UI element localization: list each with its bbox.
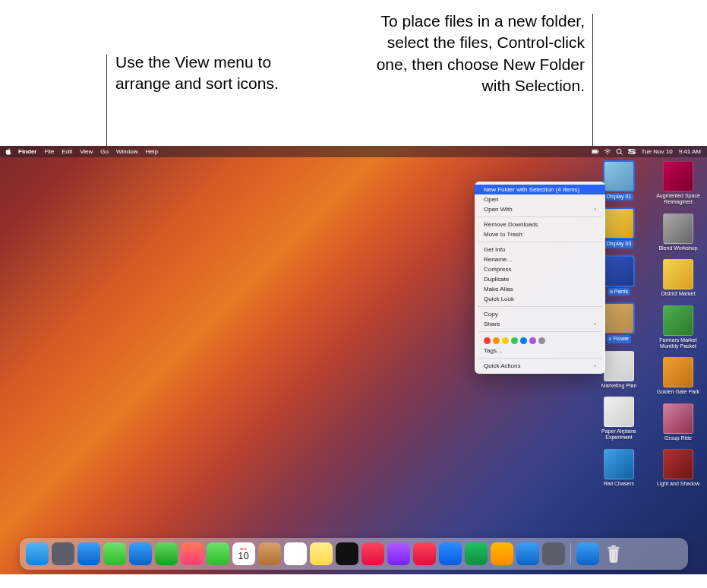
dock-tv-icon[interactable] <box>336 542 358 565</box>
dock-keynote-icon[interactable] <box>439 542 462 565</box>
ctx-item-label: Open <box>484 196 499 203</box>
desktop[interactable]: Finder File Edit View Go Window Help Tue… <box>0 146 707 574</box>
desktop-icon[interactable]: Rail Chasers <box>595 449 643 487</box>
dock-podcasts-icon[interactable] <box>387 542 410 565</box>
tag-swatch[interactable] <box>538 337 545 344</box>
dock-music-icon[interactable] <box>361 542 384 565</box>
ctx-item[interactable]: Tags… <box>475 346 605 356</box>
dock-calendar-icon[interactable]: NOV10 <box>232 542 255 565</box>
dock-maps-icon[interactable] <box>155 542 178 565</box>
ctx-separator <box>478 331 602 332</box>
dock-news-icon[interactable] <box>413 542 436 565</box>
menubar-date[interactable]: Tue Nov 10 <box>640 148 674 155</box>
dock-numbers-icon[interactable] <box>465 542 488 565</box>
desktop-icon[interactable]: Group Ride <box>654 403 702 441</box>
ctx-item[interactable]: Duplicate <box>475 274 605 284</box>
menu-edit[interactable]: Edit <box>58 148 76 155</box>
dock-mail-icon[interactable] <box>129 542 152 565</box>
desktop-icon[interactable]: Golden Gate Park <box>654 357 702 395</box>
svg-point-8 <box>629 150 630 151</box>
desktop-icon[interactable]: Light and Shadow <box>654 449 702 487</box>
tag-swatch[interactable] <box>493 337 500 344</box>
file-thumb <box>604 208 634 239</box>
menu-window[interactable]: Window <box>112 148 141 155</box>
apple-menu-icon[interactable] <box>5 148 11 155</box>
menu-view[interactable]: View <box>76 148 96 155</box>
file-label: a Parris <box>608 288 630 296</box>
dock-separator <box>570 543 571 564</box>
callout-left: Use the View menu to arrange and sort ic… <box>115 52 290 95</box>
spotlight-icon[interactable] <box>616 148 623 156</box>
file-thumb <box>663 305 693 336</box>
tag-swatch[interactable] <box>511 337 518 344</box>
menubar-time[interactable]: 9:41 AM <box>679 148 702 155</box>
desktop-icon[interactable]: Augmented Space Reimagined <box>654 161 702 206</box>
ctx-item[interactable]: Copy <box>475 309 605 319</box>
file-thumb <box>663 357 693 387</box>
file-thumb <box>663 161 693 191</box>
tag-swatch[interactable] <box>502 337 509 344</box>
ctx-item[interactable]: Quick Actions› <box>475 361 605 371</box>
ctx-item[interactable]: Share› <box>475 319 605 329</box>
ctx-item-label: Get Info <box>484 246 505 253</box>
desktop-icon[interactable]: District Market <box>654 259 702 297</box>
dock-pages-icon[interactable] <box>491 542 513 565</box>
callout-region: Use the View menu to arrange and sort ic… <box>0 0 707 146</box>
dock-facetime-icon[interactable] <box>207 542 229 565</box>
svg-line-5 <box>620 153 622 154</box>
svg-line-12 <box>611 551 612 561</box>
dock-finder-icon[interactable] <box>26 542 49 565</box>
file-label: Light and Shadow <box>657 481 699 487</box>
ctx-item-label: Make Alias <box>484 286 513 292</box>
tag-swatch[interactable] <box>520 337 527 344</box>
menu-go[interactable]: Go <box>96 148 112 155</box>
ctx-item-label: Duplicate <box>484 276 509 283</box>
ctx-item-label: Copy <box>484 311 498 318</box>
tag-swatch[interactable] <box>484 337 491 344</box>
dock-launchpad-icon[interactable] <box>52 542 74 565</box>
file-label: o Flower <box>607 335 632 343</box>
ctx-item[interactable]: Rename… <box>475 254 605 264</box>
ctx-item-label: Tags… <box>484 347 503 354</box>
ctx-item[interactable]: Quick Look <box>475 294 605 304</box>
ctx-item[interactable]: Get Info <box>475 245 605 254</box>
menubar-status: Tue Nov 10 9:41 AM <box>592 148 702 156</box>
menu-help[interactable]: Help <box>141 148 161 155</box>
wifi-icon[interactable] <box>604 148 611 156</box>
calendar-day: 10 <box>238 551 248 561</box>
dock-appstore-icon[interactable] <box>516 542 539 565</box>
ctx-item[interactable]: Compress <box>475 264 605 274</box>
ctx-item[interactable]: Remove Downloads <box>475 220 605 229</box>
dock-settings-icon[interactable] <box>542 542 565 565</box>
dock-safari-icon[interactable] <box>77 542 100 565</box>
dock-downloads-icon[interactable] <box>576 542 599 565</box>
file-label: Farmers Market Monthly Packet <box>654 337 702 350</box>
ctx-item-label: Open With <box>484 206 513 213</box>
desktop-icon[interactable]: Paper Airplane Experiment <box>595 397 643 441</box>
menu-file[interactable]: File <box>40 148 58 155</box>
callout-right: To place files in a new folder, select t… <box>357 11 585 96</box>
desktop-icon[interactable]: Farmers Market Monthly Packet <box>654 305 702 350</box>
control-center-icon[interactable] <box>628 148 636 156</box>
battery-icon[interactable] <box>592 148 599 156</box>
dock-reminders-icon[interactable] <box>284 542 307 565</box>
ctx-new-folder-selection[interactable]: New Folder with Selection (4 Items) <box>475 185 605 194</box>
dock-trash-icon[interactable] <box>602 542 625 565</box>
desktop-icon[interactable]: Blend Workshop <box>654 213 702 251</box>
file-label: Golden Gate Park <box>657 389 699 395</box>
file-label: Blend Workshop <box>658 245 697 251</box>
file-thumb <box>604 351 634 381</box>
dock-notes-icon[interactable] <box>310 542 333 565</box>
svg-rect-2 <box>598 150 598 153</box>
dock-contacts-icon[interactable] <box>258 542 281 565</box>
ctx-item[interactable]: Open With› <box>475 204 605 214</box>
svg-point-4 <box>617 149 621 153</box>
ctx-item[interactable]: Make Alias <box>475 284 605 294</box>
file-label: Rail Chasers <box>604 481 634 487</box>
ctx-item[interactable]: Move to Trash <box>475 229 605 239</box>
menubar-app[interactable]: Finder <box>14 148 40 155</box>
ctx-item[interactable]: Open <box>475 194 605 204</box>
dock-messages-icon[interactable] <box>103 542 126 565</box>
dock-photos-icon[interactable] <box>181 542 204 565</box>
tag-swatch[interactable] <box>529 337 536 344</box>
